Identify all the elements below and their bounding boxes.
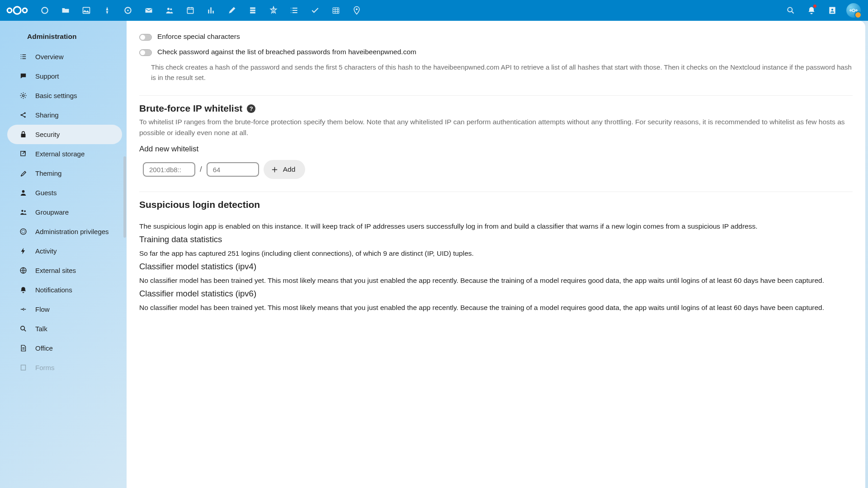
sidebar-item-overview[interactable]: Overview	[7, 47, 122, 66]
svg-rect-33	[21, 365, 25, 370]
add-whitelist-button[interactable]: Add	[264, 160, 306, 179]
group-icon	[19, 208, 27, 216]
sidebar-item-external-sites[interactable]: External sites	[7, 261, 122, 280]
user-avatar[interactable]	[846, 3, 861, 18]
lock-icon	[19, 131, 27, 139]
toggle-special-chars[interactable]	[139, 34, 152, 41]
tables-app-icon[interactable]	[326, 0, 346, 21]
ip-address-input[interactable]	[143, 162, 195, 177]
sidebar-item-external-storage[interactable]: External storage	[7, 144, 122, 164]
brush-icon	[19, 169, 27, 178]
ipv4-text: No classifier model has been trained yet…	[139, 275, 853, 286]
svg-point-19	[850, 9, 851, 11]
section-description: To whitelist IP ranges from the brute-fo…	[139, 117, 853, 138]
svg-point-30	[20, 229, 26, 235]
mask-input[interactable]	[207, 162, 259, 177]
sidebar-item-notifications[interactable]: Notifications	[7, 280, 122, 300]
notifications-icon[interactable]	[801, 0, 822, 21]
slash-separator: /	[200, 165, 202, 174]
sidebar-item-label: Activity	[35, 247, 57, 255]
sidebar-item-label: Talk	[35, 325, 47, 333]
nextcloud-logo[interactable]	[4, 3, 31, 18]
sidebar-item-label: Guests	[35, 189, 57, 197]
sidebar-item-label: Basic settings	[35, 92, 77, 99]
sidebar-item-label: Overview	[35, 53, 64, 61]
contacts-menu-icon[interactable]	[822, 0, 843, 21]
add-whitelist-label: Add new whitelist	[139, 145, 853, 154]
talk-app-icon[interactable]	[118, 0, 138, 21]
sidebar-item-theming[interactable]: Theming	[7, 164, 122, 183]
section-description: The suspicious login app is enabled on t…	[139, 221, 853, 232]
sidebar-item-label: External storage	[35, 150, 85, 158]
globe-icon	[19, 267, 27, 275]
list-icon	[19, 53, 27, 61]
search-small-icon	[19, 325, 27, 333]
sidebar-item-sharing[interactable]: Sharing	[7, 105, 122, 125]
contacts-app-icon[interactable]	[159, 0, 180, 21]
training-heading: Training data statistics	[139, 235, 853, 244]
document-icon	[19, 344, 27, 352]
sidebar-item-label: Sharing	[35, 111, 59, 119]
analytics-app-icon[interactable]	[201, 0, 222, 21]
flow-icon	[19, 305, 27, 314]
sidebar-item-flow[interactable]: Flow	[7, 300, 122, 319]
photos-app-icon[interactable]	[76, 0, 97, 21]
sidebar-item-support[interactable]: Support	[7, 66, 122, 86]
files-app-icon[interactable]	[55, 0, 76, 21]
svg-point-3	[42, 7, 47, 13]
mail-app-icon[interactable]	[138, 0, 159, 21]
svg-point-15	[788, 7, 792, 12]
sidebar-item-office[interactable]: Office	[7, 338, 122, 358]
svg-point-20	[856, 9, 857, 11]
form-icon	[19, 364, 27, 372]
external-icon	[19, 150, 27, 158]
section-title: Suspicious login detection	[139, 199, 853, 210]
sidebar-item-guests[interactable]: Guests	[7, 183, 122, 202]
title-text: Brute-force IP whitelist	[139, 103, 242, 114]
sidebar-item-groupware[interactable]: Groupware	[7, 202, 122, 222]
svg-point-6	[127, 9, 128, 11]
toggle-hibp[interactable]	[139, 49, 152, 56]
password-policy-section: Enforce special characters Check passwor…	[139, 30, 853, 96]
sidebar-item-label: Support	[35, 72, 59, 80]
settings-content: Enforce special characters Check passwor…	[127, 21, 865, 488]
sidebar-item-basic[interactable]: Basic settings	[7, 86, 122, 105]
sidebar-heading: Administration	[3, 26, 127, 47]
bookmarks-app-icon[interactable]	[263, 0, 284, 21]
sidebar-scrollbar[interactable]	[123, 156, 126, 238]
maps-app-icon[interactable]	[346, 0, 367, 21]
plus-icon	[271, 166, 278, 174]
list-app-icon[interactable]	[284, 0, 305, 21]
svg-point-29	[24, 211, 26, 212]
sidebar-item-label: Security	[35, 131, 60, 138]
sidebar-item-label: Administration privileges	[35, 228, 109, 235]
whitelist-input-row: / Add	[139, 157, 853, 179]
toggle-row-hibp: Check password against the list of breac…	[139, 45, 853, 61]
user-icon	[19, 189, 27, 197]
sidebar-item-label: Theming	[35, 169, 61, 177]
activity-app-icon[interactable]	[97, 0, 118, 21]
sidebar-item-security[interactable]: Security	[7, 125, 122, 144]
sidebar-item-activity[interactable]: Activity	[7, 241, 122, 261]
calendar-app-icon[interactable]	[180, 0, 201, 21]
notes-app-icon[interactable]	[222, 0, 242, 21]
svg-rect-25	[21, 134, 25, 137]
tasks-app-icon[interactable]	[305, 0, 326, 21]
sidebar-item-admin-privileges[interactable]: Administration privileges	[7, 222, 122, 241]
help-icon[interactable]: ?	[247, 104, 255, 113]
svg-rect-12	[250, 9, 255, 11]
deck-app-icon[interactable]	[242, 0, 263, 21]
svg-rect-11	[250, 7, 255, 9]
sidebar-item-label: Groupware	[35, 208, 69, 216]
section-title: Brute-force IP whitelist ?	[139, 103, 853, 114]
training-text: So far the app has captured 251 logins (…	[139, 248, 853, 259]
sidebar-item-label: Forms	[35, 364, 55, 371]
sidebar-item-forms[interactable]: Forms	[7, 358, 122, 377]
svg-point-1	[7, 8, 12, 13]
app-header	[0, 0, 868, 21]
svg-rect-13	[250, 12, 255, 13]
search-icon[interactable]	[780, 0, 801, 21]
dashboard-app-icon[interactable]	[34, 0, 55, 21]
sidebar-item-talk[interactable]: Talk	[7, 319, 122, 338]
bruteforce-section: Brute-force IP whitelist ? To whitelist …	[139, 96, 853, 192]
